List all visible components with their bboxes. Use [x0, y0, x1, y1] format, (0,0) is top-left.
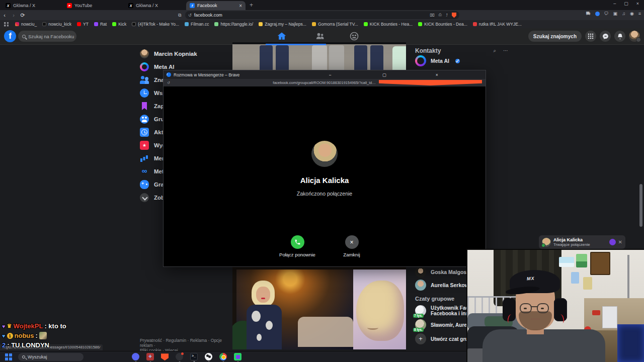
bookmark-item[interactable]: KICK Bounties - Hea... [364, 22, 413, 27]
geforce-app-icon[interactable] [176, 353, 183, 360]
brave-shield-icon[interactable] [379, 80, 482, 85]
streamer-webcam-overlay: MX [466, 249, 644, 362]
contacts-title: Kontakty [415, 47, 441, 54]
facebook-search-input[interactable]: Szukaj na Facebooku [18, 31, 76, 42]
chat-username[interactable]: 2 [2, 341, 6, 349]
close-button[interactable]: × [636, 1, 639, 8]
menu-icon[interactable]: ≡ [638, 11, 641, 16]
events-icon: ★ [140, 141, 149, 150]
bookmark-item[interactable]: https://tanggle.io/ [214, 22, 253, 27]
photo-closeup-hair [356, 281, 404, 341]
reading-list-icon[interactable]: ⧉ [178, 13, 181, 18]
bookmark-item[interactable]: rutka IRL JAK WYJE... [473, 22, 522, 27]
medal-app-icon[interactable] [146, 353, 154, 360]
forward-button[interactable]: › [9, 12, 18, 18]
bookmark-item[interactable]: Filman.cc [185, 22, 209, 27]
bookmark-item[interactable]: nowciu_kick [42, 22, 71, 27]
discord-app-icon[interactable] [132, 353, 139, 360]
close-call-button[interactable]: × [345, 235, 359, 249]
url-text: facebook.com [194, 13, 430, 18]
ongoing-call-banner[interactable]: Alicja Kalicka Trwające połączenie ✕ [539, 235, 625, 249]
call-window-titlebar[interactable]: f Rozmowa w Messengerze – Brave – ▢ × [164, 70, 486, 79]
page-scrollbar[interactable] [639, 184, 642, 227]
address-bar[interactable]: ↺ facebook.com ⌧ ⎙ ⤴ [185, 11, 459, 19]
groups-tab[interactable] [347, 31, 361, 42]
vpn-icon[interactable]: ⛟ [586, 11, 591, 16]
sidebar-icon[interactable]: ▣ [613, 11, 618, 16]
bookmark-item[interactable]: KICK Bounties - Dea... [418, 22, 467, 27]
chat-text: : kto to [44, 322, 66, 330]
sync-icon[interactable] [595, 12, 600, 16]
find-friends-button[interactable]: Szukaj znajomych [528, 31, 582, 42]
chat-username[interactable]: WojtekPL [13, 322, 43, 330]
memories-icon [140, 88, 149, 98]
bookmark-item[interactable]: Kick [112, 22, 126, 27]
tab-x-home-1[interactable]: X Główna / X [2, 1, 61, 10]
site-info-icon[interactable]: ↺ [188, 13, 192, 18]
call-again-button[interactable] [291, 235, 304, 249]
minimize-button[interactable]: – [329, 72, 375, 77]
taskbar-apps [132, 353, 242, 360]
feed-post-photo-top[interactable] [232, 42, 406, 71]
media-icon[interactable]: ♫ [622, 11, 625, 16]
apps-grid-icon[interactable] [4, 22, 9, 27]
cast-icon[interactable]: ⌧ [430, 13, 434, 18]
account-avatar[interactable] [629, 31, 640, 42]
maximize-button[interactable]: ▢ [624, 1, 628, 8]
filman-icon [185, 22, 189, 26]
contacts-search-icon[interactable]: ⌕ [493, 48, 496, 54]
bookmark-item[interactable]: Rat [94, 22, 107, 27]
call-again-label: Połącz ponownie [277, 252, 317, 257]
wall-poster [576, 254, 587, 267]
start-button[interactable] [5, 353, 12, 360]
rewards-icon[interactable]: ◉ [630, 11, 634, 16]
bookmark-item[interactable]: nowciu_ [15, 22, 37, 27]
sidebar-item-profile[interactable]: Marcin Kopniak [140, 47, 233, 60]
messenger-button[interactable] [600, 31, 611, 42]
site-info-icon[interactable]: ↺ [167, 81, 270, 85]
new-tab-button[interactable]: + [250, 2, 253, 10]
bookmark-item[interactable]: (4)TikTok - Make Yo... [132, 22, 179, 27]
brave-shield-icon[interactable] [452, 13, 456, 18]
facebook-footer-links[interactable]: Prywatność · Regulamin · Reklama · Opcje… [140, 338, 225, 351]
contacts-more-icon[interactable]: ⋯ [503, 48, 508, 54]
minimize-button[interactable]: – [613, 1, 616, 8]
bookmark-item[interactable]: YT [77, 22, 89, 27]
share-icon[interactable]: ⤴ [446, 13, 448, 18]
install-icon[interactable]: ⎙ [439, 13, 442, 18]
talk-icon[interactable]: 🗩 [604, 11, 609, 16]
feed-post-photo-bottom[interactable] [232, 266, 406, 349]
close-button[interactable]: × [436, 72, 481, 77]
avatar: 7 tys. [415, 305, 426, 316]
chrome-app-icon[interactable] [219, 353, 227, 360]
brave-app-icon[interactable] [161, 353, 169, 360]
call-icon[interactable] [609, 239, 616, 245]
obs-app-icon[interactable] [205, 353, 212, 360]
messenger-app-icon[interactable] [234, 353, 242, 360]
glasses-bridge [531, 306, 537, 307]
maximize-button[interactable]: ▢ [382, 72, 428, 77]
dismiss-icon[interactable]: ✕ [618, 239, 622, 245]
call-window-addressbar[interactable]: ↺ facebook.com/groupcall/ROOM:9018630191… [164, 79, 486, 86]
friends-tab[interactable] [313, 31, 327, 42]
back-button[interactable]: ‹ [0, 12, 9, 18]
home-tab[interactable] [275, 31, 289, 42]
bookmark-item[interactable]: Gomorra (Serial TV... [312, 22, 358, 27]
wall-painting [590, 252, 610, 275]
taskbar-search[interactable]: Wyszukaj [18, 353, 84, 361]
photo-woman-lips [261, 298, 265, 299]
youtube-icon: ▸ [67, 3, 72, 8]
tab-facebook-active[interactable]: f Facebook × [186, 1, 246, 10]
terminal-app-icon[interactable] [190, 353, 198, 360]
reload-button[interactable]: ⟳ [18, 12, 27, 19]
bookmark-item[interactable]: Zagraj.my – Najleps... [259, 22, 306, 27]
chat-username[interactable]: nobus [15, 332, 34, 339]
chat-message: ♥ 1 nobus : [2, 331, 66, 340]
notifications-button[interactable] [614, 31, 625, 42]
facebook-logo[interactable]: f [4, 30, 16, 42]
tab-close-icon[interactable]: × [239, 3, 242, 9]
tab-youtube[interactable]: ▸ YouTube [63, 1, 123, 10]
contact-meta-ai[interactable]: Meta AI ✓ [415, 54, 508, 67]
tab-x-home-2[interactable]: X Główna / X [125, 1, 184, 10]
apps-menu-button[interactable] [585, 31, 596, 42]
